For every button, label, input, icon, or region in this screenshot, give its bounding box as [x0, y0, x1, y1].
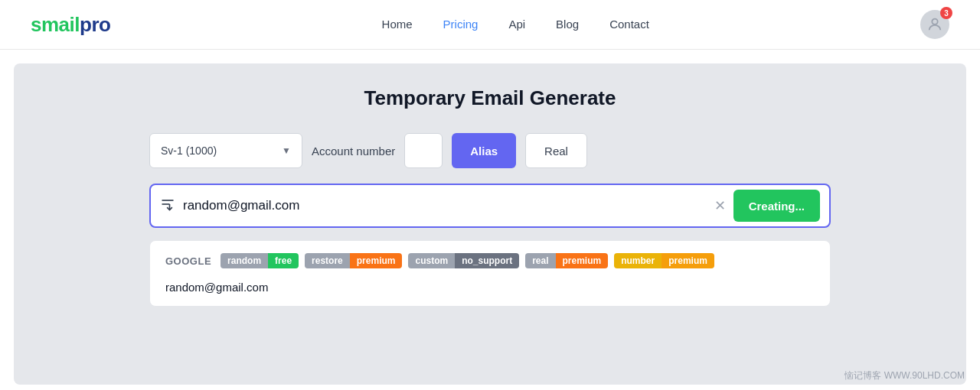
tag-group-real[interactable]: real premium — [525, 253, 608, 268]
nav-links: Home Pricing Api Blog Contact — [382, 18, 649, 31]
chevron-down-icon: ▼ — [282, 145, 291, 156]
watermark: 恼记博客 WWW.90LHD.COM — [844, 369, 965, 382]
account-number-input[interactable] — [404, 133, 443, 168]
tag-group-restore[interactable]: restore premium — [305, 253, 402, 268]
alias-button[interactable]: Alias — [452, 133, 516, 168]
email-result: random@gmail.com — [165, 278, 815, 294]
tags-row: GOOGLE random free restore premium custo… — [165, 253, 815, 268]
nav-link-blog[interactable]: Blog — [556, 18, 579, 31]
tag-premium-restore[interactable]: premium — [350, 253, 403, 268]
tag-group-random[interactable]: random free — [220, 253, 299, 268]
tag-number[interactable]: number — [614, 253, 662, 268]
nav-item-home[interactable]: Home — [382, 18, 413, 31]
nav-item-api[interactable]: Api — [508, 18, 525, 31]
page-title: Temporary Email Generate — [44, 86, 936, 110]
tag-restore[interactable]: restore — [305, 253, 350, 268]
main-content: Temporary Email Generate Sv-1 (1000) ▼ A… — [14, 63, 966, 385]
notification-badge: 3 — [940, 7, 952, 19]
logo: smailpro — [31, 13, 110, 37]
email-input[interactable] — [183, 198, 707, 213]
tag-premium-number[interactable]: premium — [662, 253, 714, 268]
tag-no-support[interactable]: no_support — [455, 253, 519, 268]
tag-real[interactable]: real — [525, 253, 555, 268]
nav-item-contact[interactable]: Contact — [609, 18, 649, 31]
navbar: smailpro Home Pricing Api Blog Contact 3 — [0, 0, 980, 50]
nav-link-pricing[interactable]: Pricing — [443, 18, 479, 31]
clear-icon[interactable]: ✕ — [714, 197, 726, 214]
dropdown-panel: GOOGLE random free restore premium custo… — [149, 240, 831, 307]
nav-item-blog[interactable]: Blog — [556, 18, 579, 31]
server-select-value: Sv-1 (1000) — [161, 145, 217, 157]
logo-pro: pro — [80, 13, 110, 36]
provider-label: GOOGLE — [165, 255, 211, 267]
logo-smail: smail — [31, 13, 80, 36]
controls-row: Sv-1 (1000) ▼ Account number Alias Real — [149, 133, 831, 168]
tag-free[interactable]: free — [268, 253, 299, 268]
real-button[interactable]: Real — [525, 133, 587, 168]
nav-link-api[interactable]: Api — [508, 18, 525, 31]
tag-group-number[interactable]: number premium — [614, 253, 714, 268]
nav-link-home[interactable]: Home — [382, 18, 413, 31]
svg-point-0 — [932, 19, 937, 24]
email-box: ✕ Creating... — [149, 184, 831, 228]
nav-link-contact[interactable]: Contact — [609, 18, 649, 31]
nav-item-pricing[interactable]: Pricing — [443, 18, 479, 31]
tag-premium-real[interactable]: premium — [556, 253, 609, 268]
tag-random[interactable]: random — [220, 253, 268, 268]
creating-button[interactable]: Creating... — [733, 190, 820, 222]
tag-group-custom[interactable]: custom no_support — [408, 253, 519, 268]
server-select[interactable]: Sv-1 (1000) ▼ — [149, 133, 302, 168]
nav-right: 3 — [920, 10, 949, 39]
sort-icon — [160, 197, 175, 216]
account-number-label: Account number — [312, 145, 395, 158]
tag-custom[interactable]: custom — [408, 253, 455, 268]
